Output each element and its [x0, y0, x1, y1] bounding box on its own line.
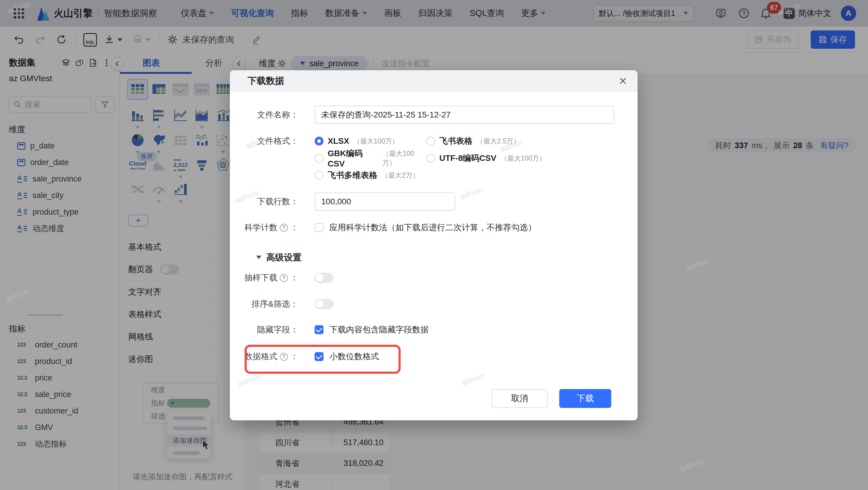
checkbox-icon	[315, 352, 323, 361]
format-label: 文件格式：	[230, 133, 299, 150]
close-icon[interactable]	[618, 76, 627, 86]
sort-filter-toggle[interactable]	[315, 299, 334, 309]
radio-icon	[315, 154, 323, 163]
sort-label: 排序&筛选：	[230, 296, 299, 312]
rows-label: 下载行数：	[230, 192, 299, 211]
format-radio-option[interactable]: XLSX （最大100万）	[315, 133, 426, 150]
sample-label: 抽样下载?：	[230, 270, 299, 286]
rows-input[interactable]	[315, 192, 455, 211]
format-options: XLSX （最大100万） 飞书表格 （最大2.5万） GBK编码CSV （最大…	[315, 133, 546, 184]
scientific-label: 科学计数?：	[230, 220, 299, 235]
filename-row: 文件名称：	[230, 106, 638, 124]
advanced-settings-toggle[interactable]: 高级设置	[256, 252, 302, 263]
triangle-down-icon	[256, 256, 261, 259]
app: 火山引擎 智能数据洞察 仪表盘 可视化查询 指标 数据准备	[0, 0, 868, 490]
sample-download-toggle[interactable]	[315, 273, 334, 283]
scientific-checkbox-row[interactable]: 应用科学计数法（如下载后进行二次计算，不推荐勾选）	[315, 220, 536, 235]
hidden-fields-label: 隐藏字段：	[230, 322, 299, 338]
dialog-title: 下载数据	[248, 70, 284, 92]
radio-icon	[315, 137, 323, 145]
hidden-fields-checkbox-row[interactable]: 下载内容包含隐藏字段数据	[315, 322, 429, 338]
radio-icon	[426, 137, 435, 145]
data-format-checkbox-row[interactable]: 小数位数格式	[315, 349, 379, 364]
radio-icon	[315, 171, 323, 180]
cancel-button[interactable]: 取消	[492, 389, 548, 408]
format-radio-option[interactable]: UTF-8编码CSV （最大100万）	[426, 150, 546, 167]
format-radio-option[interactable]: 飞书多维表格 （最大2万）	[315, 167, 426, 184]
help-icon[interactable]: ?	[280, 353, 288, 361]
format-radio-option[interactable]: 飞书表格 （最大2.5万）	[426, 133, 546, 150]
checkbox-icon	[315, 325, 323, 334]
format-radio-option[interactable]: GBK编码CSV （最大100万）	[315, 150, 426, 167]
radio-icon	[426, 154, 435, 163]
dialog-header: 下载数据	[230, 70, 638, 92]
help-icon[interactable]: ?	[280, 274, 288, 282]
filename-label: 文件名称：	[230, 106, 299, 124]
download-dialog: 下载数据 文件名称： 文件格式： XLSX （最大100万） 飞书表格 （最大2…	[230, 70, 638, 420]
help-icon[interactable]: ?	[280, 224, 288, 232]
data-format-label: 数据格式?：	[230, 349, 299, 364]
filename-input[interactable]	[315, 106, 614, 124]
checkbox-icon[interactable]	[315, 223, 323, 232]
download-button[interactable]: 下载	[559, 389, 611, 408]
